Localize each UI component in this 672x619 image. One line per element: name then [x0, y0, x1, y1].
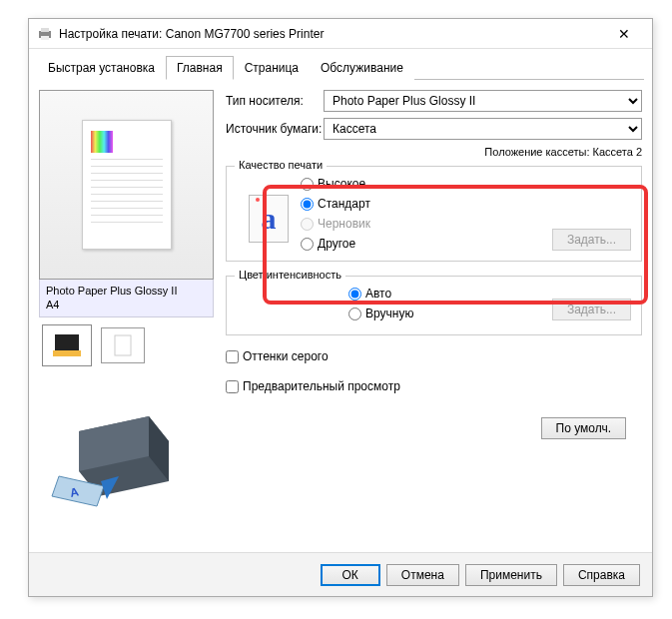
grayscale-checkbox[interactable] [226, 350, 239, 363]
media-type-label: Тип носителя: [226, 94, 324, 108]
printer-icon [37, 26, 53, 42]
ok-button[interactable]: ОК [321, 564, 380, 586]
thumb-mono[interactable] [101, 327, 145, 363]
titlebar: Настройка печати: Canon MG7700 series Pr… [29, 19, 652, 49]
apply-button[interactable]: Применить [465, 564, 557, 586]
tab-service[interactable]: Обслуживание [310, 56, 414, 80]
color-intensity-group: Цвет/интенсивность Авто Вручную Задать..… [226, 276, 642, 335]
print-settings-dialog: Настройка печати: Canon MG7700 series Pr… [28, 18, 653, 597]
printer-illustration: A [39, 401, 214, 514]
color-manual-label: Вручную [365, 307, 413, 320]
quality-set-button: Задать... [552, 229, 631, 251]
cancel-button[interactable]: Отмена [386, 564, 459, 586]
quality-other-radio[interactable] [301, 238, 314, 251]
quality-high-label: Высокое [318, 177, 365, 191]
color-auto-label: Авто [365, 287, 391, 301]
quality-standard-radio[interactable] [301, 198, 314, 211]
page-preview-box [39, 90, 214, 280]
quality-draft-label: Черновик [318, 217, 370, 231]
svg-rect-1 [41, 28, 49, 32]
svg-rect-2 [41, 36, 49, 40]
thumbnails [39, 317, 214, 373]
quality-draft-radio [301, 218, 314, 231]
close-button[interactable]: ✕ [604, 19, 644, 49]
color-auto-radio[interactable] [348, 288, 361, 301]
svg-rect-5 [115, 335, 131, 355]
tabs: Быстрая установка Главная Страница Обслу… [37, 55, 644, 80]
defaults-button[interactable]: По умолч. [541, 417, 626, 439]
grayscale-label: Оттенки серого [243, 349, 329, 363]
quality-preview-icon: a [237, 187, 301, 251]
window-title: Настройка печати: Canon MG7700 series Pr… [59, 27, 604, 41]
paper-source-label: Источник бумаги: [226, 122, 324, 136]
quality-standard-label: Стандарт [318, 197, 370, 211]
preview-label: Photo Paper Plus Glossy II A4 [39, 280, 214, 317]
left-panel: Photo Paper Plus Glossy II A4 A [39, 90, 214, 514]
media-type-select[interactable]: Photo Paper Plus Glossy II [324, 90, 642, 112]
preview-label-check: Предварительный просмотр [243, 379, 400, 393]
quality-other-label: Другое [318, 237, 355, 251]
cassette-position: Положение кассеты: Кассета 2 [226, 146, 642, 158]
dialog-buttons: ОК Отмена Применить Справка [29, 552, 652, 596]
thumb-color[interactable] [45, 327, 89, 363]
svg-rect-3 [55, 334, 79, 350]
color-legend: Цвет/интенсивность [235, 269, 345, 281]
tab-quick-setup[interactable]: Быстрая установка [37, 56, 166, 80]
paper-source-select[interactable]: Кассета [324, 118, 642, 140]
print-quality-group: Качество печати a Высокое Стандарт Черно… [226, 166, 642, 262]
color-set-button: Задать... [552, 299, 631, 320]
svg-rect-4 [53, 350, 81, 356]
help-button[interactable]: Справка [563, 564, 640, 586]
tab-page[interactable]: Страница [234, 56, 310, 80]
print-quality-legend: Качество печати [235, 159, 327, 171]
page-preview [82, 120, 172, 250]
tab-main[interactable]: Главная [166, 56, 234, 80]
quality-high-radio[interactable] [301, 178, 314, 191]
right-panel: Тип носителя: Photo Paper Plus Glossy II… [214, 90, 642, 514]
color-manual-radio[interactable] [348, 308, 361, 320]
preview-checkbox[interactable] [226, 380, 239, 393]
